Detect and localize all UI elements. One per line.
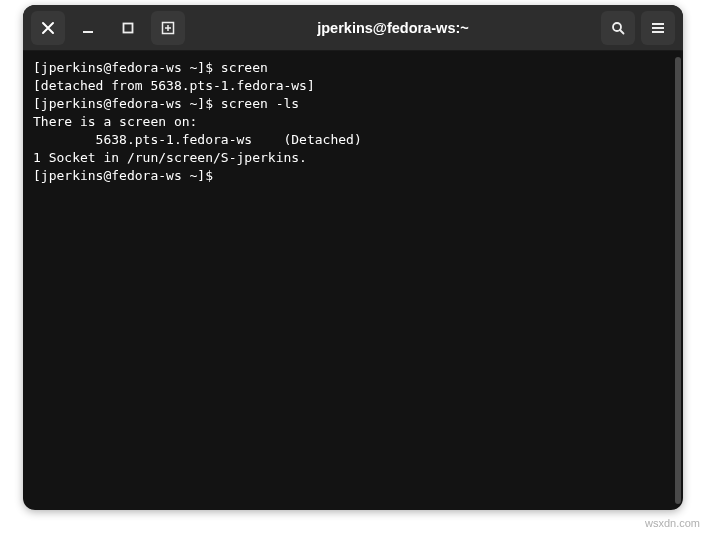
svg-rect-1 bbox=[124, 23, 133, 32]
menu-button[interactable] bbox=[641, 11, 675, 45]
minimize-button[interactable] bbox=[71, 11, 105, 45]
new-tab-icon bbox=[160, 20, 176, 36]
close-icon bbox=[40, 20, 56, 36]
new-tab-button[interactable] bbox=[151, 11, 185, 45]
terminal-window: jperkins@fedora-ws:~ [jperkins@fedora-ws… bbox=[23, 5, 683, 510]
maximize-button[interactable] bbox=[111, 11, 145, 45]
terminal-area[interactable]: [jperkins@fedora-ws ~]$ screen [detached… bbox=[23, 51, 683, 510]
titlebar: jperkins@fedora-ws:~ bbox=[23, 5, 683, 51]
svg-rect-5 bbox=[652, 27, 664, 29]
scrollbar[interactable] bbox=[673, 51, 683, 510]
terminal-output[interactable]: [jperkins@fedora-ws ~]$ screen [detached… bbox=[23, 51, 673, 510]
scrollbar-thumb[interactable] bbox=[675, 57, 681, 504]
search-icon bbox=[610, 20, 626, 36]
watermark: wsxdn.com bbox=[645, 517, 700, 529]
maximize-icon bbox=[120, 20, 136, 36]
close-button[interactable] bbox=[31, 11, 65, 45]
svg-rect-6 bbox=[652, 31, 664, 33]
search-button[interactable] bbox=[601, 11, 635, 45]
minimize-icon bbox=[80, 20, 96, 36]
hamburger-icon bbox=[650, 20, 666, 36]
svg-rect-0 bbox=[83, 31, 93, 33]
window-title: jperkins@fedora-ws:~ bbox=[191, 20, 595, 36]
svg-rect-4 bbox=[652, 23, 664, 25]
